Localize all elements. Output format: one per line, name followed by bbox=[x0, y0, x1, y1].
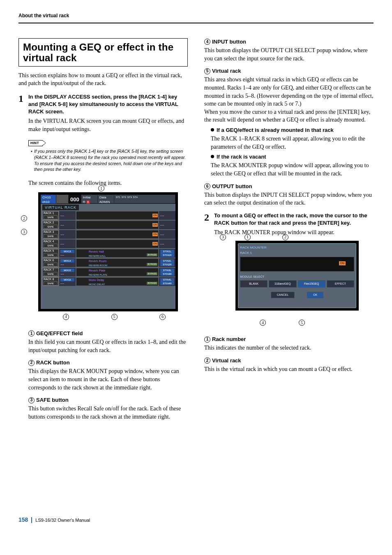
input-button[interactable]: ---- bbox=[59, 240, 76, 248]
rack-button[interactable]: RACK 5SAFE bbox=[42, 249, 59, 258]
item-number: 6 bbox=[204, 183, 210, 189]
callout-2: 2 bbox=[21, 215, 27, 221]
step-description: The RACK MOUNTER popup window will appea… bbox=[214, 228, 374, 237]
input-button[interactable]: MIX14---- bbox=[59, 258, 76, 267]
item-title: SAFE button bbox=[36, 396, 69, 404]
item-body: This indicates the number of the selecte… bbox=[204, 344, 374, 352]
input-button[interactable]: ---- bbox=[59, 221, 76, 229]
output-button[interactable]: ---- bbox=[159, 221, 175, 229]
rack-button[interactable]: RACK 2SAFE bbox=[42, 221, 59, 229]
virtual-rack-screenshot: CH10ch10 000 InitialR B DataADMIN ST1 ST… bbox=[38, 192, 178, 311]
item-header: 2RACK button bbox=[28, 359, 188, 366]
bullet-title: If a GEQ/effect is already mounted in th… bbox=[217, 127, 334, 134]
callout-s2-2: 2 bbox=[282, 234, 288, 240]
item-body: This area shows eight virtual racks in w… bbox=[204, 76, 374, 124]
effect-slot[interactable]: Reverb RoomREVERB ROOMBYPASS bbox=[76, 258, 159, 267]
cancel-button[interactable]: CANCEL bbox=[271, 292, 295, 298]
module-31band-button[interactable]: 31BandGEQ bbox=[269, 280, 296, 288]
item-number: 2 bbox=[28, 360, 35, 366]
item-title: GEQ/EFFECT field bbox=[36, 330, 83, 337]
item-body: This displays the RACK MOUNT popup windo… bbox=[28, 367, 188, 391]
output-button[interactable]: STIN3LSTIN3R bbox=[159, 268, 175, 276]
output-button[interactable]: STIN2LSTIN2R bbox=[159, 258, 175, 267]
callout-5: 5 bbox=[111, 314, 118, 320]
bullet-body: The RACK MOUNTER popup window will appea… bbox=[211, 161, 374, 177]
item-header: 6OUTPUT button bbox=[204, 183, 374, 190]
item-header: 5Virtual rack bbox=[204, 67, 374, 75]
item-number: 5 bbox=[204, 68, 210, 74]
popup-title: RACK MOUNTER bbox=[240, 245, 354, 250]
output-button[interactable]: ---- bbox=[159, 211, 175, 220]
effect-slot[interactable]: ON bbox=[76, 230, 159, 239]
numbered-item: 4INPUT buttonThis button displays the OU… bbox=[204, 38, 374, 62]
effect-slot[interactable]: Reverb PlateREVERB PLATEBYPASS bbox=[76, 268, 159, 276]
rack-row: RACK 2SAFE----ON---- bbox=[42, 221, 175, 229]
item-title: OUTPUT button bbox=[212, 183, 252, 190]
item-body: This button displays the INPUT CH SELECT… bbox=[204, 191, 374, 207]
item-body: This is the virtual rack in which you ca… bbox=[204, 365, 374, 373]
callout-s2-3: 3 bbox=[220, 234, 226, 240]
module-effect-button[interactable]: EFFECT bbox=[327, 280, 354, 288]
page-footer: 158 LS9-16/32 Owner's Manual bbox=[18, 516, 374, 524]
item-body: This button switches Recall Safe on/off … bbox=[28, 405, 188, 421]
numbered-item: 5Virtual rackThis area shows eight virtu… bbox=[204, 67, 374, 178]
ok-button[interactable]: OK bbox=[307, 292, 323, 298]
bullet-title: If the rack is vacant bbox=[217, 153, 266, 161]
module-select-label: MODULE SELECT bbox=[240, 275, 354, 279]
effect-slot[interactable]: Reverb HallREVERB HALLBYPASS bbox=[76, 249, 159, 258]
popup-rack-slot[interactable]: ON bbox=[240, 257, 354, 272]
solid-bullet-icon bbox=[211, 128, 214, 131]
input-button[interactable]: ---- bbox=[59, 211, 76, 220]
rack-row: RACK 5SAFEMIX13----Reverb HallREVERB HAL… bbox=[42, 249, 175, 258]
callout-s2-4: 4 bbox=[260, 320, 266, 326]
input-button[interactable]: ---- bbox=[59, 230, 76, 239]
item-number: 4 bbox=[204, 39, 210, 45]
input-button[interactable]: MIX13---- bbox=[59, 249, 76, 258]
on-badge: ON bbox=[339, 261, 346, 265]
rack-button[interactable]: RACK 7SAFE bbox=[42, 268, 59, 276]
effect-slot[interactable]: ON bbox=[76, 221, 159, 229]
input-button[interactable]: MIX16---- bbox=[59, 277, 76, 286]
rack-button[interactable]: RACK 1SAFE bbox=[42, 211, 59, 220]
rack-button[interactable]: RACK 3SAFE bbox=[42, 230, 59, 239]
intro-paragraph: This section explains how to mount a GEQ… bbox=[18, 71, 188, 88]
output-button[interactable]: STIN4LSTIN4R bbox=[159, 277, 175, 286]
rack-row: RACK 6SAFEMIX14----Reverb RoomREVERB ROO… bbox=[42, 258, 175, 267]
item-header: 1Rack number bbox=[204, 336, 374, 343]
step-number: 1 bbox=[18, 93, 28, 134]
item-header: 4INPUT button bbox=[204, 38, 374, 46]
page-number: 158 bbox=[18, 516, 28, 524]
rack-row: RACK 4SAFE----ON---- bbox=[42, 240, 175, 248]
module-blank-button[interactable]: BLANK bbox=[240, 280, 267, 288]
screenshot-2-wrap: 3 1 2 RACK MOUNTER RACK 1 ON MODULE SELE… bbox=[221, 241, 374, 326]
item-header: 3SAFE button bbox=[28, 396, 188, 404]
hint-bullet: • bbox=[31, 148, 34, 173]
output-button[interactable]: STIN1LSTIN1R bbox=[159, 249, 175, 258]
input-button[interactable]: MIX15---- bbox=[59, 268, 76, 276]
module-flex15-button[interactable]: Flex15GEQ bbox=[298, 280, 325, 288]
output-button[interactable]: ---- bbox=[159, 240, 175, 248]
tab-virtual-rack[interactable]: VIRTUAL RACK bbox=[42, 205, 79, 211]
item-number: 1 bbox=[204, 336, 210, 343]
step-title: In the DISPLAY ACCESS section, press the… bbox=[28, 93, 188, 116]
bullet-heading: If a GEQ/effect is already mounted in th… bbox=[211, 127, 374, 134]
callout-s2-5: 5 bbox=[299, 320, 305, 326]
item-body: This button displays the OUTPUT CH SELEC… bbox=[204, 46, 374, 62]
item-number: 2 bbox=[204, 357, 210, 364]
page-header: About the virtual rack bbox=[18, 12, 374, 23]
hint-block: HINT • If you press only the [RACK 1-4] … bbox=[28, 138, 188, 173]
rack-button[interactable]: RACK 8SAFE bbox=[42, 277, 59, 286]
item-number: 1 bbox=[28, 330, 35, 336]
effect-slot[interactable]: Mono DelayMONO DELAYBYPASS bbox=[76, 277, 159, 286]
rack-button[interactable]: RACK 4SAFE bbox=[42, 240, 59, 248]
item-title: RACK button bbox=[36, 359, 70, 366]
rack-row: RACK 3SAFE----ON---- bbox=[42, 230, 175, 239]
section-heading-box: Mounting a GEQ or effect in the virtual … bbox=[18, 38, 188, 67]
section-title: About the virtual rack bbox=[18, 13, 69, 18]
numbered-item: 3SAFE buttonThis button switches Recall … bbox=[28, 396, 188, 421]
effect-slot[interactable]: ON bbox=[76, 240, 159, 248]
output-button[interactable]: ---- bbox=[159, 230, 175, 239]
rack-button[interactable]: RACK 6SAFE bbox=[42, 258, 59, 267]
rack-mounter-screenshot: RACK MOUNTER RACK 1 ON MODULE SELECT BLA… bbox=[235, 241, 359, 311]
effect-slot[interactable]: ON bbox=[76, 211, 159, 220]
